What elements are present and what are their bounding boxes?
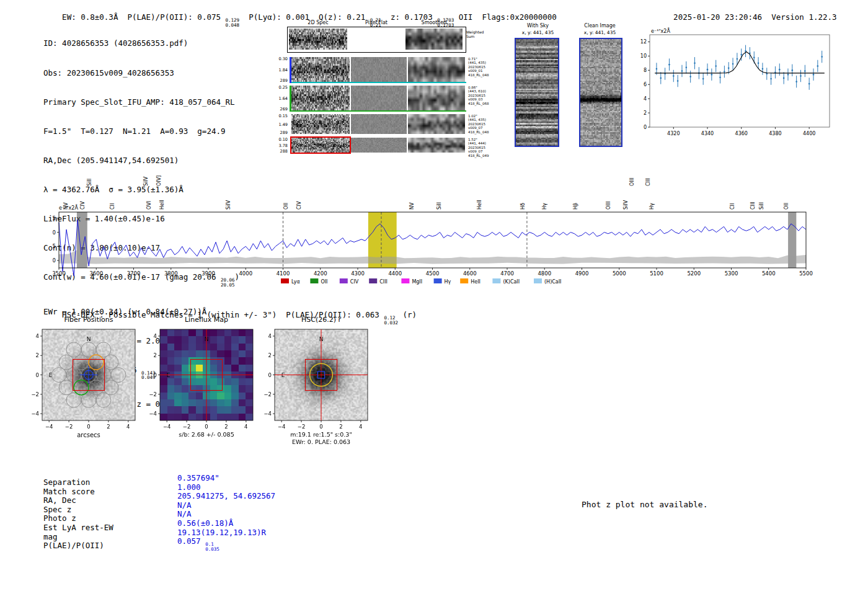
svg-text:0: 0	[268, 372, 272, 378]
svg-text:8: 8	[644, 68, 647, 73]
fiber-smoothed-image	[408, 114, 465, 134]
svg-text:5500: 5500	[799, 270, 813, 277]
svg-text:CIV: CIV	[350, 279, 359, 285]
hsc-caption-1: m:19.1 re:1.5" s:0.3"	[262, 431, 380, 438]
primary-slot: Primary Spec_Slot_IFU_AMP: 418_057_064_R…	[43, 97, 239, 107]
svg-text:5: 5	[53, 243, 56, 249]
fiber-weight-label: 1.49	[279, 123, 288, 127]
svg-text:Lyα: Lyα	[291, 279, 300, 285]
svg-text:OIII: OIII	[606, 202, 611, 210]
match-field-label: Spec z	[43, 505, 177, 515]
clean-xy: x, y: 441, 435	[570, 30, 629, 35]
svg-text:OII: OII	[283, 203, 289, 210]
svg-text:4: 4	[244, 424, 247, 430]
fiber-smoothed-image	[408, 57, 465, 82]
svg-text:−4: −4	[31, 411, 39, 417]
linefit-zoom-plot: 02468101243204340436043804400e⁻¹⁷x2Å	[631, 26, 836, 144]
svg-text:12: 12	[640, 39, 647, 45]
fiber-pixelflat-image	[351, 86, 407, 110]
svg-text:MgII: MgII	[412, 279, 422, 285]
spec2d-fiber-rows: 0.301.842890.71"(441, 435)20230615v009_0…	[259, 57, 507, 156]
svg-text:SiII: SiII	[759, 202, 764, 210]
svg-text:HeII: HeII	[159, 200, 165, 210]
fiber-positions-image	[42, 329, 135, 420]
svg-text:CIII: CIII	[379, 279, 388, 285]
weighted-2dspec-image	[289, 29, 347, 50]
svg-text:CII: CII	[730, 203, 735, 210]
clean-panel	[579, 38, 622, 147]
match-field-label: RA, Dec	[43, 496, 177, 505]
fiber-weight-label: 1.64	[279, 97, 288, 101]
svg-text:4320: 4320	[667, 131, 680, 136]
svg-text:4340: 4340	[701, 131, 714, 136]
report-version: Version 1.22.3	[771, 12, 836, 22]
svg-text:4: 4	[644, 96, 647, 102]
svg-text:SiIV: SiIV	[623, 200, 629, 210]
svg-text:NV: NV	[409, 202, 415, 210]
fiber-weight-label: 3.78	[279, 144, 288, 148]
svg-text:OIII: OIII	[629, 178, 635, 186]
svg-text:5200: 5200	[687, 270, 701, 277]
svg-text:3600: 3600	[89, 270, 103, 277]
svg-text:3700: 3700	[127, 270, 141, 277]
svg-text:OII: OII	[784, 203, 789, 210]
svg-text:CIII: CIII	[750, 202, 756, 210]
svg-text:OII: OII	[321, 279, 327, 285]
svg-text:HeII: HeII	[477, 200, 482, 210]
svg-text:4: 4	[36, 333, 39, 339]
svg-text:0: 0	[644, 125, 647, 130]
svg-text:5000: 5000	[613, 270, 626, 277]
fiber-weight-label: 289	[280, 79, 288, 83]
svg-text:Hδ: Hδ	[520, 203, 526, 210]
svg-text:10: 10	[53, 229, 56, 236]
spec2d-col-title-2dspec: 2D Spec	[289, 20, 347, 25]
lineflux-caption: s/b: 2.68 +/- 0.085	[148, 431, 265, 438]
svg-text:(K)CaII: (K)CaII	[503, 279, 520, 285]
svg-text:2: 2	[339, 424, 342, 430]
fiber-positions-title: Fiber Positions	[42, 316, 135, 324]
elixer-detection-report: EW: 0.8±0.3Å P(LAE)/P(OII): 0.075 0.1290…	[0, 0, 868, 591]
svg-text:−2: −2	[298, 424, 306, 430]
svg-text:CIV: CIV	[296, 201, 302, 210]
fiber-pixelflat-image	[351, 57, 407, 82]
svg-text:4600: 4600	[463, 270, 477, 277]
svg-text:2: 2	[36, 352, 39, 358]
svg-text:3800: 3800	[164, 270, 178, 277]
match-field-label: Separation	[43, 478, 177, 487]
fiber-xaxis-label: arcsecs	[42, 432, 135, 438]
spec2d-col-title-smoothed: Smoothed	[405, 20, 463, 25]
svg-text:SiIV: SiIV	[226, 200, 231, 210]
svg-text:4: 4	[359, 424, 362, 430]
withsky-image	[516, 39, 558, 146]
clean-image	[580, 39, 621, 146]
match-table-row: RA, Dec205.941275, 54.692567	[43, 496, 275, 505]
svg-text:NV: NV	[63, 202, 69, 210]
svg-text:Hγ: Hγ	[445, 279, 451, 285]
fiber-smoothed-image	[408, 138, 465, 153]
svg-text:(H)CaII: (H)CaII	[544, 279, 561, 285]
match-field-value: 19.13(19.12,19.13)R	[177, 528, 266, 538]
svg-text:0: 0	[53, 257, 56, 264]
svg-text:4360: 4360	[735, 131, 748, 136]
spec2d-row: 0.103.782881.52"(441, 444)20230615v009_0…	[259, 138, 507, 154]
match-field-value: 0.357694"	[177, 474, 219, 483]
report-timestamp: 2025-01-20 23:20:46	[673, 12, 762, 22]
fiber-info-label: 0.71"(441, 435)20230615v009_01418_RL_048	[466, 57, 507, 83]
fiber-weight-label: 0.30	[279, 57, 288, 61]
svg-text:5100: 5100	[650, 270, 663, 277]
catalog-match-table: Separation0.357694"Match score1.000RA, D…	[43, 478, 275, 556]
svg-text:5300: 5300	[725, 270, 738, 277]
fiber-2dspec-image	[291, 86, 350, 110]
flags-value: Flags:0x20000000	[482, 12, 556, 22]
match-field-value: N/A	[177, 510, 192, 519]
svg-text:−2: −2	[264, 391, 272, 398]
hsc-caption-2: EWr: 0. PLAE: 0.063	[262, 438, 380, 445]
withsky-panel	[515, 38, 559, 147]
svg-text:0: 0	[36, 372, 39, 378]
svg-text:0: 0	[319, 424, 322, 430]
fiber-2dspec-image	[291, 138, 350, 153]
match-field-value: 0.56(±0.18)Å	[177, 519, 233, 528]
fiber-info-label: 1.02"(441, 435)20230615v009_07418_RL_048	[466, 114, 507, 135]
withsky-xy: x, y: 441, 435	[508, 30, 567, 35]
svg-text:CIII: CIII	[645, 178, 651, 186]
